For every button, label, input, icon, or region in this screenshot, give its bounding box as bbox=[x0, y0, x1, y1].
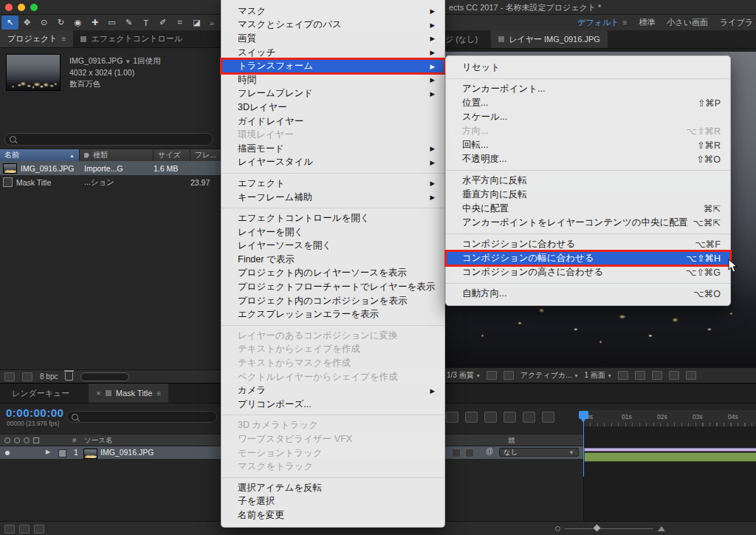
transform-submenu-item-opacity[interactable]: 不透明度...⇧⌘O bbox=[446, 152, 730, 166]
context-menu-item-time[interactable]: 時間▶ bbox=[221, 73, 444, 87]
close-icon[interactable]: × bbox=[96, 389, 100, 398]
pick-whip-icon[interactable]: @ bbox=[486, 447, 493, 455]
tab-effect-controls[interactable]: エフェクトコントロール bbox=[73, 30, 190, 47]
shape-tool[interactable]: ▭ bbox=[103, 16, 120, 30]
trash-icon[interactable] bbox=[65, 372, 73, 381]
transform-submenu-item-reset[interactable]: リセット bbox=[446, 61, 730, 75]
context-menu-item-pre-compose[interactable]: プリコンポーズ... bbox=[221, 398, 444, 412]
transform-submenu-item-flip-horizontal[interactable]: 水平方向に反転 bbox=[446, 174, 730, 188]
composition-mini-flowchart-icon[interactable] bbox=[446, 412, 458, 423]
pixel-aspect-correction-icon[interactable] bbox=[618, 371, 628, 380]
panel-menu-icon[interactable]: ≡ bbox=[623, 18, 628, 27]
hand-tool[interactable]: ✥ bbox=[18, 16, 35, 30]
project-row[interactable]: Mask Title...ション23.97 bbox=[0, 175, 221, 189]
context-menu-item-guide-layer[interactable]: ガイドレイヤー bbox=[221, 115, 444, 129]
draft-3d-icon[interactable] bbox=[542, 412, 554, 423]
shy-layers-icon[interactable] bbox=[465, 412, 478, 423]
context-menu-item-open-layer[interactable]: レイヤーを開く bbox=[221, 225, 444, 239]
context-menu-item-rename[interactable]: 名前を変更 bbox=[221, 508, 444, 522]
transform-submenu-item-anchor-point[interactable]: アンカーポイント... bbox=[446, 82, 730, 96]
context-menu-item-reveal-layer-in-flowchart[interactable]: プロジェクトフローチャートでレイヤーを表示 bbox=[221, 280, 444, 294]
fast-previews-icon[interactable] bbox=[635, 371, 645, 380]
timeline-zoom-slider[interactable] bbox=[555, 526, 665, 531]
transform-submenu-item-rotation[interactable]: 回転...⇧⌘R bbox=[446, 138, 730, 152]
column-header-parent[interactable]: 親 bbox=[508, 436, 515, 446]
context-menu-item-quality[interactable]: 画質▶ bbox=[221, 32, 444, 46]
column-header-framerate[interactable]: フレ... bbox=[190, 149, 221, 161]
expand-in-out-icon[interactable] bbox=[34, 525, 44, 534]
time-ruler[interactable]: 0s01s02s03s04s bbox=[583, 410, 756, 427]
column-header-type[interactable]: 種類 bbox=[80, 149, 154, 161]
window-minimize-button[interactable] bbox=[18, 4, 25, 11]
expand-transfer-controls-icon[interactable] bbox=[19, 525, 30, 534]
tools-overflow-icon[interactable]: » bbox=[210, 18, 214, 27]
eraser-tool[interactable]: ◪ bbox=[188, 16, 205, 30]
tab-layer-viewer[interactable]: レイヤー IMG_0916.JPG bbox=[491, 30, 608, 48]
context-menu-item-blending-mode[interactable]: 描画モード▶ bbox=[221, 142, 444, 156]
context-menu-item-effect[interactable]: エフェクト▶ bbox=[221, 177, 444, 191]
layer-duration-bar[interactable] bbox=[584, 452, 756, 462]
column-header-number[interactable]: # bbox=[72, 436, 76, 444]
view-layout-selector[interactable]: 1 画面 ▾ bbox=[584, 370, 611, 381]
tab-project[interactable]: プロジェクト ≡ bbox=[0, 30, 73, 47]
workspace-item[interactable]: 標準 bbox=[639, 17, 655, 28]
graph-editor-icon[interactable] bbox=[523, 412, 535, 423]
expand-layer-switches-icon[interactable] bbox=[4, 525, 15, 534]
rotation-tool[interactable]: ↻ bbox=[52, 16, 69, 30]
layer-in-out-bar[interactable] bbox=[584, 448, 756, 451]
panel-menu-icon[interactable]: ≡ bbox=[157, 389, 161, 398]
transform-submenu-item-position[interactable]: 位置...⇧⌘P bbox=[446, 96, 730, 110]
context-menu-item-transform[interactable]: トランスフォーム▶ bbox=[221, 59, 444, 73]
frame-blending-icon[interactable] bbox=[484, 412, 497, 423]
context-menu-item-layer-styles[interactable]: レイヤースタイル▶ bbox=[221, 156, 444, 170]
flowchart-button-icon[interactable] bbox=[669, 371, 679, 380]
transform-submenu-item-center-anchor-point[interactable]: アンカーポイントをレイヤーコンテンツの中央に配置⌥⌘⇱ bbox=[446, 216, 730, 230]
tab-render-queue[interactable]: レンダーキュー bbox=[12, 388, 69, 399]
context-menu-item-select-children[interactable]: 子を選択 bbox=[221, 495, 444, 509]
workspace-item[interactable]: ライブラ bbox=[720, 17, 753, 28]
camera-tool[interactable]: ◉ bbox=[69, 16, 86, 30]
window-close-button[interactable] bbox=[5, 4, 13, 11]
workspace-item[interactable]: デフォルト≡ bbox=[577, 17, 627, 28]
quality-selector[interactable]: 1/3 画質 ▾ bbox=[447, 370, 480, 381]
context-menu-item-reveal-in-finder[interactable]: Finder で表示 bbox=[221, 253, 444, 267]
layer-visibility-icon[interactable] bbox=[5, 451, 10, 455]
transparency-grid-icon[interactable] bbox=[504, 371, 514, 380]
context-menu-item-switches[interactable]: スイッチ▶ bbox=[221, 46, 444, 60]
region-of-interest-icon[interactable] bbox=[487, 371, 497, 380]
zoom-out-icon[interactable] bbox=[555, 526, 560, 531]
zoom-handle[interactable] bbox=[594, 525, 601, 532]
disclosure-icon[interactable]: ▼ bbox=[125, 58, 131, 65]
clone-stamp-tool[interactable]: ⌗ bbox=[171, 16, 188, 30]
layer-label-chip[interactable] bbox=[58, 449, 66, 457]
pen-tool[interactable]: ✎ bbox=[120, 16, 137, 30]
context-menu-item-open-effect-controls[interactable]: エフェクトコントロールを開く bbox=[221, 211, 444, 225]
transform-submenu-item-fit-to-comp[interactable]: コンポジションに合わせる⌥⌘F bbox=[446, 237, 730, 251]
project-search-input[interactable] bbox=[4, 133, 213, 146]
layer-expander-icon[interactable]: ▶ bbox=[46, 449, 50, 455]
context-menu-item-reveal-comp-in-project[interactable]: プロジェクト内のコンポジションを表示 bbox=[221, 294, 444, 308]
exposure-icon[interactable] bbox=[686, 371, 696, 380]
type-tool[interactable]: T bbox=[137, 16, 154, 30]
transform-submenu-item-center-in-view[interactable]: 中央に配置⌘⇱ bbox=[446, 202, 730, 216]
window-zoom-button[interactable] bbox=[30, 4, 38, 11]
workspace-item[interactable]: 小さい画面 bbox=[667, 17, 708, 28]
selection-tool[interactable]: ↖ bbox=[1, 16, 18, 30]
transform-submenu-item-auto-orient[interactable]: 自動方向...⌥⌘O bbox=[446, 287, 730, 301]
track-matte-icon[interactable] bbox=[465, 449, 474, 457]
context-menu-item-frame-blending[interactable]: フレームブレンド▶ bbox=[221, 87, 444, 101]
parent-dropdown[interactable]: なし ▼ bbox=[499, 448, 579, 457]
brush-tool[interactable]: ✐ bbox=[154, 16, 171, 30]
context-menu-item-reveal-layer-source-in-project[interactable]: プロジェクト内のレイヤーソースを表示 bbox=[221, 267, 444, 281]
transform-submenu-item-fit-to-comp-width[interactable]: コンポジションの幅に合わせる⌥⇧⌘H bbox=[446, 251, 730, 265]
playhead-handle[interactable] bbox=[579, 411, 588, 419]
mode-switch-icon[interactable] bbox=[452, 449, 461, 457]
context-menu-item-camera[interactable]: カメラ▶ bbox=[221, 384, 444, 398]
column-header-size[interactable]: サイズ bbox=[154, 149, 190, 161]
transform-submenu-item-scale[interactable]: スケール... bbox=[446, 110, 730, 124]
layer-name[interactable]: IMG_0916.JPG bbox=[100, 448, 154, 457]
transform-submenu-item-fit-to-comp-height[interactable]: コンポジションの高さに合わせる⌥⇧⌘G bbox=[446, 265, 730, 279]
context-menu-item-keyframe-assistant[interactable]: キーフレーム補助▶ bbox=[221, 191, 444, 205]
transform-submenu-item-flip-vertical[interactable]: 垂直方向に反転 bbox=[446, 188, 730, 202]
track-area[interactable] bbox=[583, 426, 756, 522]
